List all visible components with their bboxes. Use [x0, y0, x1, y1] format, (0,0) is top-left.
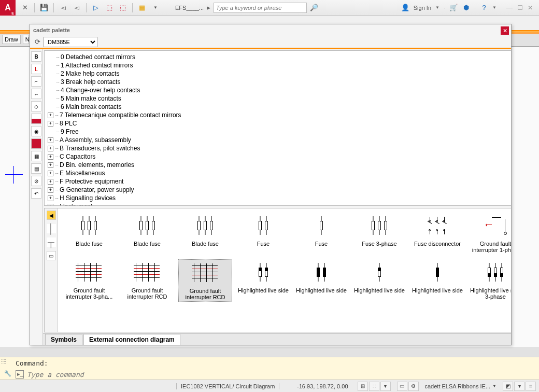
expand-icon[interactable]: +: [48, 162, 53, 168]
symbol-cell[interactable]: Fuse: [236, 213, 290, 254]
wrench-icon[interactable]: 🔧: [4, 370, 12, 379]
tree-item[interactable]: ····9 Free: [48, 128, 511, 136]
tree-item[interactable]: +····E Miscellaneous: [48, 169, 511, 177]
tool-undo[interactable]: ↶: [31, 188, 41, 199]
tree-item[interactable]: +····F Protective equipment: [48, 177, 511, 186]
expand-icon[interactable]: +: [48, 195, 53, 201]
qat-dropdown-icon[interactable]: ▼: [151, 4, 160, 12]
tree-item[interactable]: +····C Capacitors: [48, 152, 511, 161]
tool-8[interactable]: [31, 138, 41, 149]
symbol-cell[interactable]: Highlighted live side: [236, 259, 290, 302]
tree-item[interactable]: ····5 Main make contacts: [48, 94, 511, 103]
symbol-cell[interactable]: Blade fuse: [120, 213, 174, 254]
qat-icon-3[interactable]: ▷: [92, 4, 100, 12]
tree-item[interactable]: ····1 Attached contact mirrors: [48, 61, 511, 69]
close-button[interactable]: ✕: [526, 3, 535, 12]
tool-bold[interactable]: B: [31, 51, 41, 62]
maximize-button[interactable]: ☐: [515, 3, 524, 12]
sb-icon-5[interactable]: ◩: [503, 382, 513, 391]
symbol-cell[interactable]: Highlighted live side: [352, 259, 406, 302]
symbol-category-tree[interactable]: ····0 Detached contact mirrors····1 Atta…: [44, 50, 511, 206]
symbol-cell[interactable]: Highlighted live side: [410, 259, 464, 302]
symbol-cell[interactable]: Ground fault interrupter 1-pha...: [469, 213, 511, 254]
expand-icon[interactable]: +: [48, 121, 53, 127]
app-icon-2[interactable]: ⬢: [462, 4, 470, 12]
qat-icon-6[interactable]: ▦: [138, 4, 146, 12]
symbol-cell[interactable]: Fuse 3-phase: [352, 213, 406, 254]
expand-icon[interactable]: +: [48, 179, 53, 185]
symbol-cell[interactable]: Highlighted live side: [294, 259, 348, 302]
command-input[interactable]: [27, 371, 535, 379]
tree-item[interactable]: ····3 Break help contacts: [48, 78, 511, 86]
tool-10[interactable]: ▤: [31, 163, 41, 174]
tool-9[interactable]: ▦: [31, 151, 41, 161]
expand-icon[interactable]: +: [48, 113, 53, 118]
tree-item[interactable]: +····D Bin. elements, memories: [48, 161, 511, 169]
grid-tool-collapse[interactable]: ◀: [47, 211, 56, 220]
tool-7[interactable]: ◉: [31, 126, 41, 136]
symbol-cell[interactable]: Blade fuse: [178, 213, 232, 254]
chevron-right-icon[interactable]: ▶: [207, 5, 210, 10]
signin-dropdown-icon[interactable]: ▼: [435, 5, 439, 10]
tree-item[interactable]: ····4 Change-over help contacts: [48, 86, 511, 94]
binoculars-icon[interactable]: 🔎: [310, 4, 318, 12]
tab-external-connection[interactable]: External connection diagram: [83, 334, 180, 345]
expand-icon[interactable]: +: [48, 204, 53, 206]
palette-library-select[interactable]: DM385E: [44, 37, 97, 47]
qat-icon-4[interactable]: ⬚: [105, 4, 114, 12]
expand-icon[interactable]: +: [48, 154, 53, 160]
search-input[interactable]: [214, 3, 307, 13]
tree-item[interactable]: +····H Signalling devices: [48, 194, 511, 202]
draw-panel-tab[interactable]: Draw: [2, 35, 21, 44]
symbol-cell[interactable]: Ground fault interrupter 3-pha...: [62, 259, 116, 302]
symbol-cell[interactable]: Ground fault interrupter RCD: [178, 259, 232, 302]
close-icon[interactable]: ✕: [21, 4, 29, 12]
tool-layer[interactable]: L: [31, 64, 41, 74]
help-icon[interactable]: ?: [480, 4, 488, 12]
tree-item[interactable]: +····8 PLC: [48, 119, 511, 128]
save-icon[interactable]: 💾: [40, 4, 48, 12]
symbol-cell[interactable]: Blade fuse: [62, 213, 116, 254]
expand-icon[interactable]: +: [48, 137, 53, 143]
panel-tab-2[interactable]: N: [23, 35, 29, 44]
tree-item[interactable]: +····B Transducers, pilot switches: [48, 144, 511, 152]
tool-3[interactable]: ⌐: [31, 76, 41, 87]
qat-icon-2[interactable]: ◅: [73, 4, 81, 12]
signin-link[interactable]: Sign In: [414, 5, 431, 11]
tab-symbols[interactable]: Symbols: [45, 334, 82, 345]
palette-close-button[interactable]: ✕: [501, 26, 509, 35]
tool-4[interactable]: ↔: [31, 89, 41, 99]
grid-tool-2[interactable]: │: [47, 224, 56, 233]
help-dropdown-icon[interactable]: ▼: [492, 5, 497, 10]
tree-item[interactable]: ····2 Make help contacts: [48, 69, 511, 78]
status-workspace[interactable]: cadett ELSA Ribbons IE...: [425, 383, 491, 389]
sb-icon-4[interactable]: ▭: [397, 382, 407, 391]
symbol-cell[interactable]: Ground fault interrupter RCD: [120, 259, 174, 302]
tool-6[interactable]: [31, 114, 41, 124]
grid-tool-4[interactable]: ▭: [47, 251, 56, 260]
expand-icon[interactable]: +: [48, 146, 53, 151]
tool-hide[interactable]: ⊘: [31, 176, 41, 186]
sb-menu-icon[interactable]: ≡: [526, 382, 536, 391]
tree-item[interactable]: +····A Assembly, subassembly: [48, 136, 511, 144]
sb-grid-icon[interactable]: ⊞: [358, 382, 368, 391]
refresh-icon[interactable]: ⟳: [33, 38, 41, 46]
minimize-button[interactable]: —: [505, 3, 514, 12]
sb-icon-6[interactable]: ▾: [514, 382, 524, 391]
tree-item[interactable]: ····6 Main break contacts: [48, 103, 511, 111]
tree-item[interactable]: +····7 Telemecanique compatible contact …: [48, 111, 511, 119]
tree-item[interactable]: +····I Instrument: [48, 202, 511, 206]
qat-icon-1[interactable]: ◅: [59, 4, 67, 12]
tree-item[interactable]: +····G Generator, power supply: [48, 186, 511, 194]
tree-item[interactable]: ····0 Detached contact mirrors: [48, 53, 511, 61]
ws-dropdown-icon[interactable]: ▼: [492, 384, 497, 388]
command-grip[interactable]: ::::::::: [1, 359, 6, 363]
symbol-cell[interactable]: Fuse: [294, 213, 348, 254]
expand-icon[interactable]: +: [48, 187, 53, 193]
sb-icon-3[interactable]: ▾: [380, 382, 391, 391]
cmd-prompt-icon[interactable]: ▸_: [16, 370, 24, 379]
qat-icon-5[interactable]: ⬚: [119, 4, 127, 12]
sb-gear-icon[interactable]: ⚙: [408, 382, 419, 391]
user-icon[interactable]: 👤: [401, 4, 409, 12]
tool-5[interactable]: ◇: [31, 101, 41, 111]
